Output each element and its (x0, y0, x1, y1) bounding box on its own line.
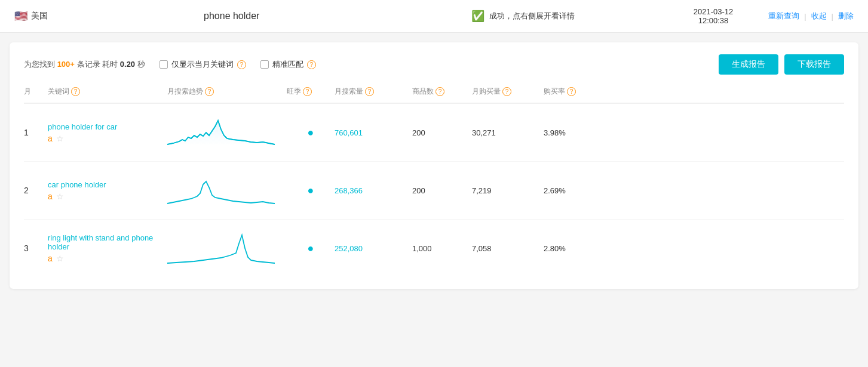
status-text: 成功，点右侧展开看详情 (489, 10, 575, 22)
table-header: 月 关键词 ? 月搜索趋势 ? 旺季 ? 月搜索量 ? 商品数 ? 月 (24, 87, 844, 104)
keyword-icons: a ☆ (48, 134, 167, 143)
result-count: 100+ (57, 60, 75, 69)
generate-report-button[interactable]: 生成报告 (719, 54, 778, 75)
filter2-label: 精准匹配 (272, 59, 303, 70)
country-name: 美国 (31, 11, 48, 21)
filter1-help-icon[interactable]: ? (237, 60, 246, 69)
result-info: 为您找到 100+ 条记录 耗时 0.20 秒 (24, 59, 145, 70)
col-keyword: 关键词 ? (48, 87, 167, 97)
table-row: 3 ring light with stand and phone holder… (24, 220, 844, 277)
data-table: 月 关键词 ? 月搜索趋势 ? 旺季 ? 月搜索量 ? 商品数 ? 月 (24, 87, 844, 277)
trend-svg-2 (167, 172, 275, 208)
col-monthly-search: 月搜索量 ? (335, 87, 412, 97)
star-icon[interactable]: ☆ (56, 254, 64, 263)
keyword-col-help[interactable]: ? (71, 87, 80, 96)
trend-chart (167, 172, 287, 208)
col-purchase-rate: 购买率 ? (544, 87, 603, 97)
row-number: 3 (24, 243, 48, 253)
keyword-icons: a ☆ (48, 254, 167, 263)
toolbar: 为您找到 100+ 条记录 耗时 0.20 秒 仅显示当月关键词 ? 精准匹配 … (24, 54, 844, 75)
peak-col-help[interactable]: ? (303, 87, 312, 96)
peak-indicator: ● (287, 242, 335, 255)
col-peak: 旺季 ? (287, 87, 335, 97)
monthly-purchase-value: 30,271 (472, 128, 544, 137)
monthly-purchase-value: 7,219 (472, 186, 544, 195)
monthly-search-value: 268,366 (335, 186, 412, 195)
status-icon: ✅ (471, 10, 484, 23)
requery-link[interactable]: 重新查询 (768, 11, 799, 21)
trend-svg-1 (167, 115, 275, 150)
row-number: 2 (24, 186, 48, 195)
keyword-cell: ring light with stand and phone holder a… (48, 233, 167, 263)
purchase-rate-value: 2.80% (544, 244, 603, 253)
main-content: 为您找到 100+ 条记录 耗时 0.20 秒 仅显示当月关键词 ? 精准匹配 … (10, 42, 858, 289)
result-time: 0.20 (120, 60, 135, 69)
purchase-rate-value: 2.69% (544, 186, 603, 195)
product-count-value: 200 (412, 186, 472, 195)
keyword-link[interactable]: car phone holder (48, 180, 167, 189)
keyword-cell: phone holder for car a ☆ (48, 122, 167, 143)
filter-current-month[interactable]: 仅显示当月关键词 ? (160, 59, 246, 70)
top-bar: 🇺🇸 美国 phone holder ✅ 成功，点右侧展开看详情 2021-03… (0, 0, 868, 33)
filter2-checkbox[interactable] (260, 60, 269, 69)
peak-indicator: ● (287, 184, 335, 197)
monthly-search-value: 760,601 (335, 128, 412, 137)
country-section: 🇺🇸 美国 (14, 10, 86, 23)
divider1: | (804, 12, 806, 21)
product-count-value: 200 (412, 128, 472, 137)
trend-col-help[interactable]: ? (205, 87, 214, 96)
keyword-link[interactable]: ring light with stand and phone holder (48, 233, 167, 251)
keyword-link[interactable]: phone holder for car (48, 122, 167, 131)
row-number: 1 (24, 128, 48, 137)
filter1-checkbox[interactable] (160, 60, 168, 69)
action-buttons: 重新查询 | 收起 | 删除 (758, 11, 854, 21)
product-count-value: 1,000 (412, 244, 472, 253)
filter-exact-match[interactable]: 精准匹配 ? (260, 59, 316, 70)
purchase-rate-col-help[interactable]: ? (567, 87, 576, 96)
trend-svg-3 (167, 230, 275, 266)
download-report-button[interactable]: 下载报告 (784, 54, 844, 75)
monthly-purchase-col-help[interactable]: ? (502, 87, 511, 96)
search-keyword: phone holder (86, 11, 378, 21)
divider2: | (832, 12, 833, 21)
amazon-icon[interactable]: a (48, 254, 53, 263)
product-col-help[interactable]: ? (435, 87, 444, 96)
trend-chart (167, 230, 287, 266)
amazon-icon[interactable]: a (48, 192, 53, 201)
peak-indicator: ● (287, 127, 335, 139)
col-monthly-purchase: 月购买量 ? (472, 87, 544, 97)
result-unit: 秒 (137, 60, 145, 69)
monthly-purchase-value: 7,058 (472, 244, 544, 253)
monthly-search-col-help[interactable]: ? (365, 87, 374, 96)
col-month: 月 (24, 87, 48, 97)
filter1-label: 仅显示当月关键词 (171, 59, 234, 70)
delete-link[interactable]: 删除 (838, 11, 854, 21)
purchase-rate-value: 3.98% (544, 128, 603, 137)
country-flag: 🇺🇸 (14, 10, 27, 23)
status-section: ✅ 成功，点右侧展开看详情 (378, 10, 669, 23)
star-icon[interactable]: ☆ (56, 192, 64, 201)
amazon-icon[interactable]: a (48, 134, 53, 143)
datetime-display: 2021-03-12 12:00:38 (668, 7, 758, 25)
monthly-search-value: 252,080 (335, 244, 412, 253)
keyword-icons: a ☆ (48, 192, 167, 201)
toolbar-right: 生成报告 下载报告 (719, 54, 844, 75)
result-prefix: 为您找到 (24, 60, 55, 69)
col-trend: 月搜索趋势 ? (167, 87, 287, 97)
collapse-link[interactable]: 收起 (811, 11, 827, 21)
col-product-count: 商品数 ? (412, 87, 472, 97)
trend-chart (167, 115, 287, 150)
filter2-help-icon[interactable]: ? (307, 60, 316, 69)
keyword-cell: car phone holder a ☆ (48, 180, 167, 201)
table-row: 1 phone holder for car a ☆ (24, 104, 844, 162)
table-row: 2 car phone holder a ☆ ● 268,366 200 7,2… (24, 162, 844, 220)
star-icon[interactable]: ☆ (56, 134, 64, 143)
result-suffix: 条记录 耗时 (77, 60, 118, 69)
